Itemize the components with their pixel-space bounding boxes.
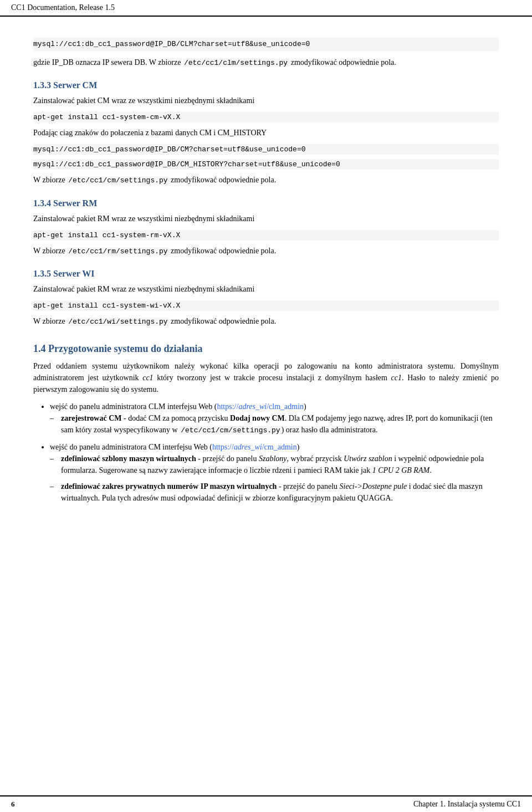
section-135-p2-end: zmodyfikować odpowiednie pola. [169,317,277,325]
bullet-1-text-end: ) [304,402,306,411]
sub2-1-text2: , wybrać przycisk [287,454,344,463]
sub2-2-text: - przejść do panelu [277,482,339,491]
sub1-code: /etc/cc1/cm/settings.py [180,426,281,435]
footer-page-number: 6 [11,800,15,809]
page-footer: 6 Chapter 1. Instalacja systemu CC1 [0,795,532,812]
section-133-p3-start: W zbiorze [33,176,67,184]
sub1-bold-mid: Dodaj nowy CM [230,414,285,422]
sub2-2-bold-start: zdefiniować zakres prywatnych numerów IP… [61,482,277,491]
section-134-p2-start: W zbiorze [33,247,67,255]
section-134-p2-end: zmodyfikować odpowiednie pola. [169,247,277,255]
section-133-p1: Zainstalować pakiet CM wraz ze wszystkim… [33,95,499,106]
section-14-p1-italic: cc1 [142,374,153,382]
sub2-1-text4: . [429,466,432,474]
bullet-1-sub-1: zarejestrować CM - dodać CM za pomocą pr… [50,412,499,436]
section-14-bullets: wejść do panelu administratora CLM inter… [50,401,499,504]
section-133-p2: Podając ciag znaków do połaczenia z baza… [33,127,499,139]
section-14-p1-cont: który tworzony jest w trakcie procesu in… [154,374,391,382]
sub2-1-italic1: Szablony [259,454,287,463]
section-134-code1: apt-get install cc1-system-rm-vX.X [33,230,499,241]
top-text2: zmodyfikować odpowiednie pola. [289,58,396,67]
top-paragraph: gdzie IP_DB oznacza IP sewera DB. W zbio… [33,57,499,69]
bullet-2-sub-1: zdefiniować szblony maszyn wirtualnych -… [50,453,499,476]
sub1-text: - dodać CM za pomocą przycisku [121,414,230,422]
bullet-1-text-start: wejść do panelu administratora CLM inter… [50,402,217,411]
bullet-2-sub-2: zdefiniować zakres prywatnych numerów IP… [50,481,499,504]
bullet-2-link[interactable]: https://adres_wi/cm_admin [212,443,297,451]
page-header: CC1 Documentation, Release 1.5 [0,0,532,17]
section-134-code-inline: /etc/cc1/rm/settings.py [67,247,168,256]
bullet-2: wejść do panelu administratora CM interf… [50,441,499,504]
section-134-p1: Zainstalować pakiet RM wraz ze wszystkim… [33,213,499,224]
bullet-2-text-end: ) [297,443,300,451]
page-content: mysql://cc1:db_cc1_password@IP_DB/CLM?ch… [0,17,532,795]
section-133-p3-end: zmodyfikować odpowiednie pola. [169,176,277,184]
section-135-p2-start: W zbiorze [33,317,67,325]
bullet-2-sublist: zdefiniować szblony maszyn wirtualnych -… [50,453,499,504]
section-135-p2: W zbiorze /etc/cc1/wi/settings.py zmodyf… [33,315,499,328]
sub2-1-bold-start: zdefiniować szblony maszyn wirtualnych [61,454,196,463]
section-14-p1-italic2: cc1 [391,374,402,382]
section-133-code-inline: /etc/cc1/cm/settings.py [67,176,168,185]
sub2-1-italic3: 1 CPU 2 GB RAM [372,466,429,474]
sub1-text3: ) oraz hasło dla administratora. [282,426,378,434]
section-135-p1: Zainstalować pakiet RM wraz ze wszystkim… [33,283,499,295]
top-text1: gdzie IP_DB oznacza IP sewera DB. W zbio… [33,58,183,67]
section-133-code2b: mysql://cc1:db_cc1_password@IP_DB/CM_HIS… [33,159,499,170]
section-14-heading: 1.4 Przygotowanie systemu do działania [33,343,499,355]
bullet-1-sublist: zarejestrować CM - dodać CM za pomocą pr… [50,412,499,436]
header-title: CC1 Documentation, Release 1.5 [11,3,115,12]
page: CC1 Documentation, Release 1.5 mysql://c… [0,0,532,812]
section-133-p3: W zbiorze /etc/cc1/cm/settings.py zmodyf… [33,174,499,186]
sub2-1-italic2: Utwórz szablon [344,454,392,463]
top-code-block: mysql://cc1:db_cc1_password@IP_DB/CLM?ch… [33,38,499,51]
section-14-p1: Przed oddaniem systemu użytkownikom nale… [33,360,499,395]
section-133-heading: 1.3.3 Serwer CM [33,80,499,90]
section-133-code1: apt-get install cc1-system-cm-vX.X [33,112,499,122]
sub2-2-italic1: Sieci->Dostepne pule [340,482,407,491]
sub1-bold-start: zarejestrować CM [61,414,121,422]
section-133-code2a: mysql://cc1:db_cc1_password@IP_DB/CM?cha… [33,144,499,155]
top-code-paragraph: mysql://cc1:db_cc1_password@IP_DB/CLM?ch… [33,38,499,51]
footer-chapter: Chapter 1. Instalacja systemu CC1 [413,800,521,809]
bullet-1: wejść do panelu administratora CLM inter… [50,401,499,436]
section-134-heading: 1.3.4 Serwer RM [33,198,499,208]
section-135-code1: apt-get install cc1-system-wi-vX.X [33,300,499,311]
top-code-inline: /etc/cc1/clm/settings.py [183,59,289,67]
bullet-1-link[interactable]: https://adres_wi/clm_admin [217,402,304,411]
bullet-2-text-start: wejść do panelu administratora CM interf… [50,443,212,451]
section-135-heading: 1.3.5 Serwer WI [33,269,499,279]
section-135-code-inline: /etc/cc1/wi/settings.py [67,318,168,326]
section-134-p2: W zbiorze /etc/cc1/rm/settings.py zmodyf… [33,245,499,257]
sub2-1-text: - przejść do panelu [196,454,259,463]
